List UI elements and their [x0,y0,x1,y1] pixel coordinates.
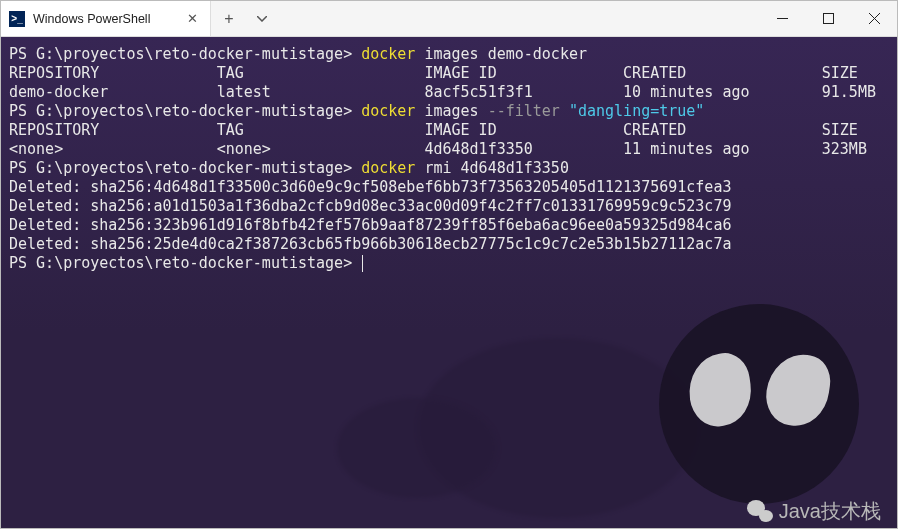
titlebar-drag-region[interactable] [277,1,759,36]
watermark: Java技术栈 [747,500,881,522]
terminal-line: PS G:\proyectos\reto-docker-mutistage> d… [9,159,889,178]
tab-active[interactable]: >_ Windows PowerShell ✕ [1,1,211,36]
terminal-line: REPOSITORY TAG IMAGE ID CREATED SIZE [9,121,889,140]
terminal-line: demo-docker latest 8acf5c51f3f1 10 minut… [9,83,889,102]
tab-close-button[interactable]: ✕ [184,11,200,27]
tab-dropdown-button[interactable] [247,1,277,36]
background-smoke-art [317,258,697,518]
terminal-line: Deleted: sha256:a01d1503a1f36dba2cfcb9d0… [9,197,889,216]
terminal-line: PS G:\proyectos\reto-docker-mutistage> [9,254,889,273]
terminal-line: <none> <none> 4d648d1f3350 11 minutes ag… [9,140,889,159]
tab-title: Windows PowerShell [33,12,176,26]
terminal-line: Deleted: sha256:323b961d916f8bfb42fef576… [9,216,889,235]
terminal-line: Deleted: sha256:25de4d0ca2f387263cb65fb9… [9,235,889,254]
minimize-icon [777,13,788,24]
terminal-line: PS G:\proyectos\reto-docker-mutistage> d… [9,102,889,121]
powershell-icon: >_ [9,11,25,27]
watermark-text: Java技术栈 [779,502,881,521]
terminal-line: PS G:\proyectos\reto-docker-mutistage> d… [9,45,889,64]
wechat-icon [747,500,773,522]
close-window-button[interactable] [851,1,897,36]
maximize-icon [823,13,834,24]
terminal-pane[interactable]: PS G:\proyectos\reto-docker-mutistage> d… [1,37,897,528]
window-controls [759,1,897,36]
new-tab-button[interactable]: + [211,1,247,36]
minimize-button[interactable] [759,1,805,36]
cursor [362,255,363,272]
svg-rect-1 [823,14,833,24]
close-icon [869,13,880,24]
titlebar: >_ Windows PowerShell ✕ + [1,1,897,37]
background-mascot-art [659,304,859,504]
chevron-down-icon [257,16,267,22]
terminal-line: Deleted: sha256:4d648d1f33500c3d60e9c9cf… [9,178,889,197]
window-root: >_ Windows PowerShell ✕ + PS G:\proyecto… [0,0,898,529]
maximize-button[interactable] [805,1,851,36]
terminal-line: REPOSITORY TAG IMAGE ID CREATED SIZE [9,64,889,83]
